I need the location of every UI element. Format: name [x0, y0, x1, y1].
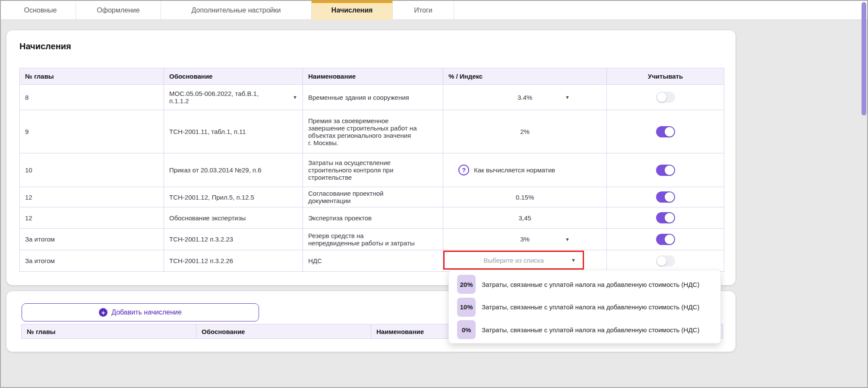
- tab-label: Итоги: [414, 6, 432, 14]
- app-window: Основные Оформление Дополнительные настр…: [0, 0, 868, 388]
- cell-include: [607, 229, 724, 250]
- vat-option-10[interactable]: 10% Затраты, связанные с уплатой налога …: [449, 296, 720, 319]
- page-content: Начисления № главы Обоснование Наименова…: [1, 20, 867, 387]
- table-row: 8 МОС.05.05-006.2022, таб.В.1, п.1.1.2 ▼…: [20, 85, 724, 110]
- include-toggle[interactable]: [656, 191, 675, 203]
- vat-option-label: Затраты, связанные с уплатой налога на д…: [482, 281, 699, 288]
- cell-basis: ТСН-2001.12 п.3.2.26: [164, 250, 303, 272]
- percent-badge: 0%: [457, 320, 476, 339]
- cell-chapter: 12: [20, 207, 164, 229]
- cell-include: [607, 207, 724, 229]
- cell-basis: Приказ от 20.03.2014 №29, п.6: [164, 153, 303, 187]
- cell-include: [607, 85, 724, 110]
- table-row: 9 ТСН-2001.11, табл.1, п.11 Премия за св…: [20, 110, 724, 153]
- cell-name: Временные здания и сооружения: [303, 85, 443, 110]
- plus-circle-icon: +: [99, 308, 107, 317]
- cell-chapter: 12: [20, 187, 164, 207]
- toggle-knob: [665, 192, 674, 202]
- col-header-name: Наименование: [303, 68, 443, 85]
- cell-value-select[interactable]: 3.4% ▼: [443, 85, 607, 110]
- vat-dropdown-menu: 20% Затраты, связанные с уплатой налога …: [448, 270, 721, 343]
- tab-label: Дополнительные настройки: [192, 6, 281, 14]
- add-accrual-label: Добавить начисление: [111, 308, 182, 316]
- cell-include: [607, 153, 724, 187]
- vertical-scrollbar-thumb[interactable]: [862, 2, 866, 115]
- cell-chapter: 8: [20, 85, 164, 110]
- toggle-knob: [665, 213, 674, 223]
- include-toggle[interactable]: [656, 92, 675, 103]
- cell-value-select[interactable]: 3% ▼: [443, 229, 607, 250]
- table-header-row: № главы Обоснование Наименование % / Инд…: [20, 68, 724, 85]
- cell-name: Согласование проектной документации: [303, 187, 443, 207]
- tab-label: Оформление: [97, 6, 139, 14]
- include-toggle[interactable]: [656, 234, 675, 245]
- page-title: Начисления: [19, 41, 71, 51]
- vat-select-highlighted[interactable]: Выберите из списка ▼: [443, 251, 584, 270]
- cell-basis: ТСН-2001.11, табл.1, п.11: [164, 110, 303, 153]
- accruals-table: № главы Обоснование Наименование % / Инд…: [19, 68, 724, 272]
- percent-badge: 20%: [457, 275, 476, 294]
- help-link-text[interactable]: Как вычисляется норматив: [474, 166, 555, 174]
- col-header-chapter: № главы: [20, 68, 164, 85]
- col-header-basis: Обоснование: [164, 68, 303, 85]
- cell-chapter: За итогом: [20, 250, 164, 272]
- table-row: За итогом ТСН-2001.12 п.3.2.26 НДС Выбер…: [20, 250, 724, 272]
- value-text: 3%: [520, 235, 530, 243]
- col-header-chapter: № главы: [22, 324, 196, 338]
- select-placeholder: Выберите из списка: [483, 257, 544, 264]
- vat-option-label: Затраты, связанные с уплатой налога на д…: [482, 303, 699, 311]
- include-toggle[interactable]: [656, 165, 675, 176]
- cell-include: [607, 110, 724, 153]
- tab-dopolnitelnye-nastroyki[interactable]: Дополнительные настройки: [161, 1, 312, 20]
- tab-bar: Основные Оформление Дополнительные настр…: [1, 1, 867, 20]
- table-row: 12 ТСН-2001.12, Прил.5, п.12.5 Согласова…: [20, 187, 724, 207]
- cell-name: Экспертиза проектов: [303, 207, 443, 229]
- tab-oformlenie[interactable]: Оформление: [76, 1, 161, 20]
- cell-value: 3,45: [443, 207, 607, 229]
- col-header-value: % / Индекс: [443, 68, 607, 85]
- cell-value: 2%: [443, 110, 607, 153]
- vat-option-label: Затраты, связанные с уплатой налога на д…: [482, 326, 699, 334]
- basis-text: МОС.05.05-006.2022, таб.В.1, п.1.1.2: [169, 90, 259, 105]
- cell-basis-select[interactable]: МОС.05.05-006.2022, таб.В.1, п.1.1.2 ▼: [164, 85, 303, 110]
- include-toggle[interactable]: [656, 212, 675, 223]
- add-accrual-button[interactable]: + Добавить начисление: [22, 303, 259, 321]
- cell-include: [607, 187, 724, 207]
- toggle-knob: [665, 235, 674, 244]
- toggle-knob: [665, 165, 674, 175]
- toggle-knob: [657, 256, 666, 266]
- tab-nachisleniya-active[interactable]: Начисления: [312, 1, 393, 20]
- include-toggle[interactable]: [656, 255, 675, 267]
- cell-help-link: ? Как вычисляется норматив: [443, 153, 607, 187]
- cell-include: [607, 250, 724, 272]
- cell-chapter: 10: [20, 153, 164, 187]
- question-circle-icon[interactable]: ?: [458, 165, 469, 175]
- table-row: За итогом ТСН-2001.12 п.3.2.23 Резерв ср…: [20, 229, 724, 250]
- tab-label: Основные: [24, 6, 57, 14]
- tab-itogi[interactable]: Итоги: [393, 1, 454, 20]
- col-header-basis: Обоснование: [196, 324, 371, 338]
- cell-vat-select: Выберите из списка ▼: [443, 250, 607, 272]
- tab-osnovnye[interactable]: Основные: [5, 1, 76, 20]
- cell-basis: ТСН-2001.12 п.3.2.23: [164, 229, 303, 250]
- col-header-include: Учитывать: [607, 68, 724, 85]
- chevron-down-icon[interactable]: ▼: [571, 258, 576, 263]
- include-toggle[interactable]: [656, 126, 675, 137]
- accruals-card: Начисления № главы Обоснование Наименова…: [6, 30, 735, 285]
- table-row: 10 Приказ от 20.03.2014 №29, п.6 Затраты…: [20, 153, 724, 187]
- cell-basis: Обоснование экспертизы: [164, 207, 303, 229]
- chevron-down-icon[interactable]: ▼: [565, 95, 570, 100]
- cell-chapter: 9: [20, 110, 164, 153]
- vat-option-0[interactable]: 0% Затраты, связанные с уплатой налога н…: [449, 318, 720, 341]
- cell-name: Премия за своевременное завершение строи…: [303, 110, 443, 153]
- chevron-down-icon[interactable]: ▼: [293, 95, 297, 100]
- table-row: 12 Обоснование экспертизы Экспертиза про…: [20, 207, 724, 229]
- chevron-down-icon[interactable]: ▼: [565, 237, 570, 242]
- percent-badge: 10%: [457, 298, 476, 317]
- vat-option-20[interactable]: 20% Затраты, связанные с уплатой налога …: [449, 273, 720, 296]
- cell-name: НДС: [303, 250, 443, 272]
- cell-name: Затраты на осуществление строительного к…: [303, 153, 443, 187]
- value-text: 3.4%: [518, 94, 532, 101]
- cell-value: 0.15%: [443, 187, 607, 207]
- cell-name: Резерв средств на непредвиденные работы …: [303, 229, 443, 250]
